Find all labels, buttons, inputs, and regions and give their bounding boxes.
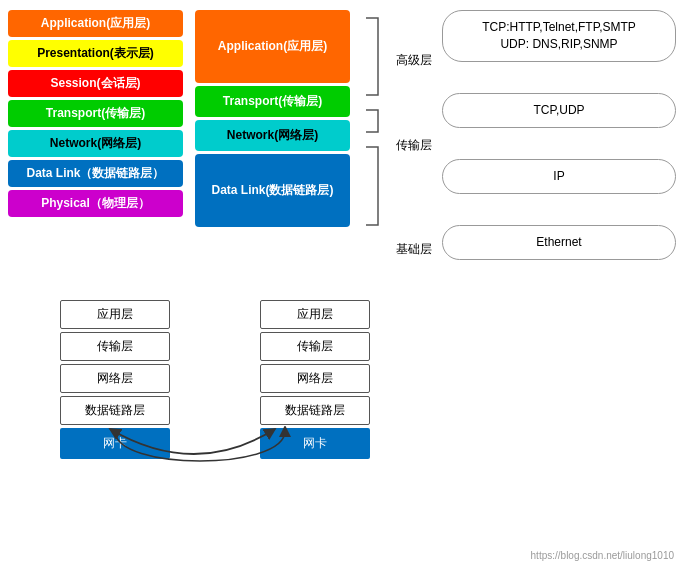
stack-left-datalink: 数据链路层 [60, 396, 170, 425]
main-container: Application(应用层) Presentation(表示层) Sessi… [0, 0, 684, 489]
connection-arrow-2 [55, 424, 335, 484]
watermark: https://blog.csdn.net/liulong1010 [531, 550, 674, 561]
tcpip-datalink: Data Link(数据链路层) [195, 154, 350, 227]
stack-right-datalink: 数据链路层 [260, 396, 370, 425]
level-labels: 高级层 传输层 基础层 [390, 10, 438, 260]
stack-left-app: 应用层 [60, 300, 170, 329]
stack-right-app: 应用层 [260, 300, 370, 329]
osi-session: Session(会话层) [8, 70, 183, 97]
protocol-ethernet: Ethernet [442, 225, 676, 260]
label-basic: 基础层 [396, 221, 432, 258]
osi-model: Application(应用层) Presentation(表示层) Sessi… [8, 10, 183, 260]
stack-right-transport: 传输层 [260, 332, 370, 361]
protocol-boxes: TCP:HTTP,Telnet,FTP,SMTPUDP: DNS,RIP,SNM… [438, 10, 676, 260]
label-transport: 传输层 [396, 137, 432, 154]
tcpip-application: Application(应用层) [195, 10, 350, 83]
osi-presentation: Presentation(表示层) [8, 40, 183, 67]
osi-network: Network(网络层) [8, 130, 183, 157]
protocol-high: TCP:HTTP,Telnet,FTP,SMTPUDP: DNS,RIP,SNM… [442, 10, 676, 62]
tcpip-model: Application(应用层) Transport(传输层) Network(… [195, 10, 350, 260]
top-section: Application(应用层) Presentation(表示层) Sessi… [0, 0, 684, 270]
osi-application: Application(应用层) [8, 10, 183, 37]
osi-transport: Transport(传输层) [8, 100, 183, 127]
right-area: 高级层 传输层 基础层 TCP:HTTP,Telnet,FTP,SMTPUDP:… [358, 10, 676, 260]
protocol-ip: IP [442, 159, 676, 194]
tcpip-transport: Transport(传输层) [195, 86, 350, 117]
stack-right-network: 网络层 [260, 364, 370, 393]
protocol-transport: TCP,UDP [442, 93, 676, 128]
bracket-svg [362, 10, 390, 260]
label-high: 高级层 [396, 12, 432, 69]
stack-left-network: 网络层 [60, 364, 170, 393]
tcpip-network: Network(网络层) [195, 120, 350, 151]
osi-datalink: Data Link（数据链路层） [8, 160, 183, 187]
stack-left-transport: 传输层 [60, 332, 170, 361]
osi-physical: Physical（物理层） [8, 190, 183, 217]
bottom-section: 应用层 传输层 网络层 数据链路层 网卡 应用层 传输层 网络层 数据链路层 网… [0, 280, 684, 489]
